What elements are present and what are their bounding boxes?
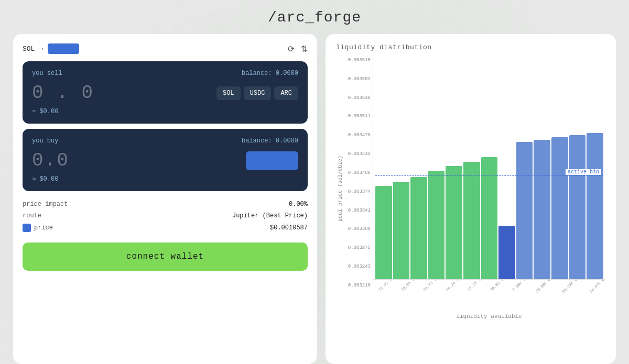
bar-9 xyxy=(534,140,550,279)
sell-amount: 0 . 0 xyxy=(32,82,94,104)
buy-row: 0.0 xyxy=(32,150,298,171)
bar-12 xyxy=(587,133,603,279)
price-label: price xyxy=(34,224,53,231)
y-label-1: 0.003582 xyxy=(345,76,371,82)
main-content: SOL → ⟳ ⇅ you sell balance: 0.0000 0 . 0… xyxy=(13,34,616,364)
info-rows: price impact 0.00% route Jupiter (Best P… xyxy=(23,198,308,234)
chart-area: pool price (sol/ebie) 0.003618 0.003582 … xyxy=(336,58,605,319)
y-label-5: 0.003442 xyxy=(345,151,371,157)
y-label-7: 0.003374 xyxy=(345,189,371,194)
bar-8 xyxy=(516,142,533,279)
y-label-4: 0.003476 xyxy=(345,133,371,138)
refresh-button[interactable]: ⟳ xyxy=(288,44,295,54)
token-buttons: SOL USDC ARC xyxy=(216,86,298,100)
y-label-12: 0.003210 xyxy=(345,283,371,288)
y-axis-labels: 0.003618 0.003582 0.003546 0.003511 0.00… xyxy=(345,58,373,319)
swap-from: SOL → xyxy=(23,43,79,54)
swap-header: SOL → ⟳ ⇅ xyxy=(23,43,308,54)
y-label-9: 0.003308 xyxy=(345,226,371,231)
bar-1 xyxy=(393,182,410,279)
buy-balance: balance: 0.0000 xyxy=(242,137,298,145)
left-panel: SOL → ⟳ ⇅ you sell balance: 0.0000 0 . 0… xyxy=(13,34,317,364)
bar-7 xyxy=(498,226,515,279)
price-impact-label: price impact xyxy=(23,201,68,208)
sell-label: you sell xyxy=(32,70,62,77)
y-axis-title-container: pool price (sol/ebie) xyxy=(336,58,344,319)
x-axis-title: liquidity available xyxy=(373,313,605,319)
bar-0 xyxy=(375,186,392,279)
sell-box-header: you sell balance: 0.0000 xyxy=(32,70,298,77)
sell-usd: ≈ $0.00 xyxy=(32,108,298,115)
arc-button[interactable]: ARC xyxy=(274,86,298,100)
bar-2 xyxy=(410,177,427,279)
usdc-button[interactable]: USDC xyxy=(244,86,272,100)
y-label-10: 0.003275 xyxy=(345,245,371,250)
y-label-0: 0.003618 xyxy=(345,58,371,63)
right-panel: liquidity distribution pool price (sol/e… xyxy=(326,34,616,364)
sell-balance: balance: 0.0000 xyxy=(242,70,298,77)
price-label-group: price xyxy=(23,224,53,232)
buy-token-selector[interactable] xyxy=(246,151,298,170)
y-label-2: 0.003546 xyxy=(345,95,371,101)
buy-usd: ≈ $0.00 xyxy=(32,175,298,183)
price-token-tag xyxy=(23,224,31,232)
sell-box: you sell balance: 0.0000 0 . 0 SOL USDC … xyxy=(23,61,308,124)
to-token-tag xyxy=(48,43,79,54)
bar-10 xyxy=(551,137,568,279)
route-row: route Jupiter (Best Price) xyxy=(23,210,308,222)
y-axis-title: pool price (sol/ebie) xyxy=(338,156,343,222)
buy-box: you buy balance: 0.0000 0.0 ≈ $0.00 xyxy=(23,129,308,191)
price-row: price $0.0010587 xyxy=(23,222,308,234)
sol-button[interactable]: SOL xyxy=(216,86,241,100)
swap-direction-button[interactable]: ⇅ xyxy=(301,44,308,54)
swap-header-icons: ⟳ ⇅ xyxy=(288,44,308,54)
bar-11 xyxy=(569,135,586,279)
from-token-label: SOL xyxy=(23,45,35,53)
sell-row: 0 . 0 SOL USDC ARC xyxy=(32,82,298,104)
bars-area: active bin xyxy=(373,58,605,280)
y-label-11: 0.003243 xyxy=(345,264,371,269)
buy-label: you buy xyxy=(32,137,58,145)
y-label-3: 0.003511 xyxy=(345,114,371,119)
y-label-8: 0.003341 xyxy=(345,208,371,213)
price-value: $0.0010587 xyxy=(270,224,308,231)
chart-bars-container: active bin xyxy=(373,58,605,319)
page-title: /arc_forge xyxy=(268,9,361,26)
swap-arrow: → xyxy=(39,45,43,53)
route-label: route xyxy=(23,212,41,219)
chart-title: liquidity distribution xyxy=(336,43,605,51)
x-labels: 71.82 SOL 73.26 SOL 74.73 SOL 76.24 SOL … xyxy=(373,280,605,311)
bar-3 xyxy=(428,171,445,279)
active-bin-line xyxy=(375,175,603,176)
bar-5 xyxy=(463,162,480,279)
bar-4 xyxy=(446,166,462,279)
route-value: Jupiter (Best Price) xyxy=(232,212,308,219)
price-impact-value: 0.00% xyxy=(289,201,308,208)
active-bin-label: active bin xyxy=(566,169,601,175)
buy-amount: 0.0 xyxy=(32,150,69,171)
buy-box-header: you buy balance: 0.0000 xyxy=(32,137,298,145)
y-label-6: 0.003408 xyxy=(345,170,371,175)
price-impact-row: price impact 0.00% xyxy=(23,198,308,210)
connect-wallet-button[interactable]: connect wallet xyxy=(23,242,308,271)
